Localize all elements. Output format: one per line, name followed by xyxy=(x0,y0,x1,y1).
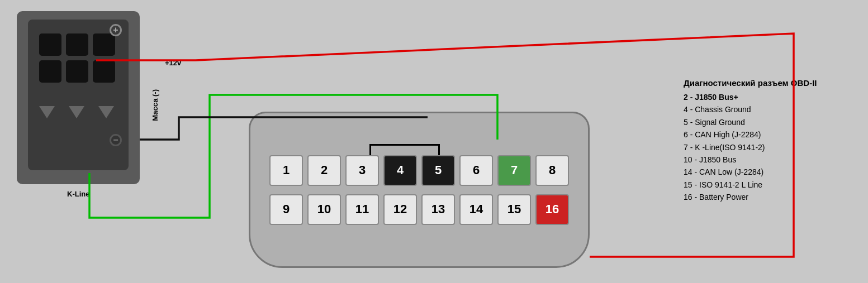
obd-pin-13: 13 xyxy=(421,194,455,225)
obd-pin-8: 8 xyxy=(535,155,569,186)
obd-pin-4: 4 xyxy=(383,155,417,186)
obd-pin-15: 15 xyxy=(497,194,531,225)
obd-pin-16: 16 xyxy=(535,194,569,225)
obd-connector: 1 2 3 4 5 6 7 8 9 10 11 12 13 14 15 16 xyxy=(249,112,590,268)
masa-label: Масса (-) xyxy=(151,89,159,121)
obd-pin-1: 1 xyxy=(269,155,303,186)
main-container: + − +12v Масса (-) K-Line 1 2 3 4 5 6 7 … xyxy=(0,0,868,283)
connector-image: + − xyxy=(17,11,140,184)
info-title: Диагностический разъем OBD-II xyxy=(684,78,857,88)
obd-pin-14: 14 xyxy=(459,194,493,225)
info-item-2: 5 - Signal Ground xyxy=(684,116,857,128)
obd-pin-3: 3 xyxy=(345,155,379,186)
obd-pin-5: 5 xyxy=(421,155,455,186)
obd-row-1: 1 2 3 4 5 6 7 8 xyxy=(269,155,569,186)
obd-pin-2: 2 xyxy=(307,155,341,186)
info-item-6: 14 - CAN Low (J-2284) xyxy=(684,166,857,178)
obd-pin-11: 11 xyxy=(345,194,379,225)
info-item-3: 6 - CAN High (J-2284) xyxy=(684,128,857,141)
info-item-7: 15 - ISO 9141-2 L Line xyxy=(684,179,857,191)
info-item-5: 10 - J1850 Bus xyxy=(684,154,857,166)
k-line-label: K-Line xyxy=(67,190,89,198)
info-item-0: 2 - J1850 Bus+ xyxy=(684,91,857,103)
obd-pin-9: 9 xyxy=(269,194,303,225)
info-item-1: 4 - Chassis Ground xyxy=(684,103,857,116)
obd-pin-7: 7 xyxy=(497,155,531,186)
obd-pin-10: 10 xyxy=(307,194,341,225)
obd-pin-12: 12 xyxy=(383,194,417,225)
connector-body: + − xyxy=(28,20,129,170)
info-item-4: 7 - K -Line(ISO 9141-2) xyxy=(684,141,857,154)
info-items: 2 - J1850 Bus+4 - Chassis Ground5 - Sign… xyxy=(684,91,857,204)
obd-pin-6: 6 xyxy=(459,155,493,186)
bracket-4-5 xyxy=(369,144,440,155)
info-item-8: 16 - Battery Power xyxy=(684,191,857,203)
v12-label: +12v xyxy=(165,59,181,67)
info-panel: Диагностический разъем OBD-II 2 - J1850 … xyxy=(684,78,857,204)
obd-row-2: 9 10 11 12 13 14 15 16 xyxy=(269,194,569,225)
